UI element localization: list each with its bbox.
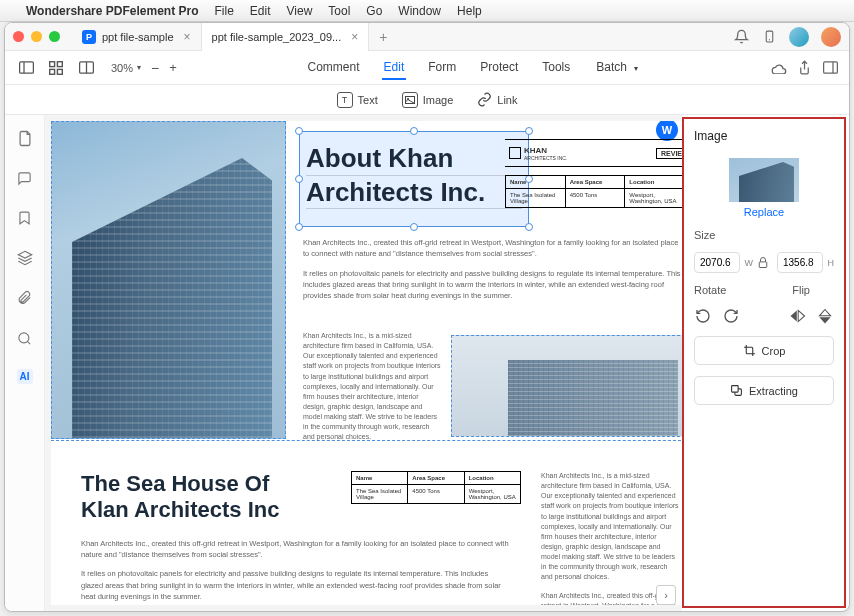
- tab-tools[interactable]: Tools: [540, 56, 572, 80]
- document-tabs: P ppt file-sample × ppt file-sample_2023…: [72, 23, 733, 51]
- svg-rect-18: [732, 386, 739, 393]
- resize-handle[interactable]: [295, 175, 303, 183]
- tab-batch[interactable]: Batch ▾: [592, 56, 642, 80]
- macos-menubar: Wondershare PDFelement Pro File Edit Vie…: [0, 0, 854, 22]
- rotate-left-icon[interactable]: [694, 307, 712, 325]
- rotate-right-icon[interactable]: [722, 307, 740, 325]
- avatar-1[interactable]: [789, 27, 809, 47]
- tab-protect[interactable]: Protect: [478, 56, 520, 80]
- resize-handle[interactable]: [295, 127, 303, 135]
- toolbar-right: [771, 60, 839, 76]
- window-minimize-button[interactable]: [31, 31, 42, 42]
- link-tool[interactable]: Link: [477, 92, 517, 107]
- info-table-1: Name Area Space Location The Sea Isolate…: [505, 175, 682, 208]
- main-toolbar: 30% ▾ − + Comment Edit Form Protect Tool…: [5, 51, 849, 85]
- text-tool[interactable]: T Text: [337, 92, 378, 108]
- review-badge: REVIE: [656, 148, 682, 159]
- bottom-body-text: Khan Architects Inc., created this off-g…: [81, 538, 511, 602]
- attachment-icon[interactable]: [16, 289, 34, 307]
- share-icon[interactable]: [797, 60, 813, 76]
- menu-file[interactable]: File: [215, 4, 234, 18]
- window-maximize-button[interactable]: [49, 31, 60, 42]
- comment-icon[interactable]: [16, 169, 34, 187]
- edit-subtoolbar: T Text Image Link: [5, 85, 849, 115]
- image-tool[interactable]: Image: [402, 92, 454, 108]
- left-sidebar: AI: [5, 115, 45, 611]
- crop-button[interactable]: Crop: [694, 336, 834, 365]
- menu-go[interactable]: Go: [366, 4, 382, 18]
- menu-help[interactable]: Help: [457, 4, 482, 18]
- search-icon[interactable]: [16, 329, 34, 347]
- resize-handle[interactable]: [295, 223, 303, 231]
- bell-icon[interactable]: [733, 29, 749, 45]
- window-close-button[interactable]: [13, 31, 24, 42]
- link-icon: [477, 92, 492, 107]
- extracting-button[interactable]: Extracting: [694, 376, 834, 405]
- menu-view[interactable]: View: [287, 4, 313, 18]
- tab-2[interactable]: ppt file-sample_2023_09... ×: [202, 23, 370, 51]
- menu-tool[interactable]: Tool: [328, 4, 350, 18]
- width-input[interactable]: [694, 252, 740, 273]
- cloud-icon[interactable]: [771, 60, 787, 76]
- resize-handle[interactable]: [525, 223, 533, 231]
- flip-label: Flip: [792, 284, 810, 296]
- svg-rect-17: [759, 262, 767, 268]
- svg-rect-5: [57, 61, 62, 66]
- khan-logo: KHAN ARCHITECTS INC.: [509, 146, 567, 161]
- sidebar-toggle-icon[interactable]: [15, 57, 37, 79]
- zoom-value[interactable]: 30%: [111, 62, 133, 74]
- app-name[interactable]: Wondershare PDFelement Pro: [26, 4, 199, 18]
- extract-icon: [730, 384, 743, 397]
- small-building-image[interactable]: [451, 335, 682, 437]
- close-icon[interactable]: ×: [184, 30, 191, 44]
- rotate-label: Rotate: [694, 284, 726, 296]
- tab-comment[interactable]: Comment: [306, 56, 362, 80]
- svg-rect-11: [824, 62, 838, 73]
- body-text-top: Khan Architects Inc., created this off-g…: [303, 237, 682, 309]
- replace-button[interactable]: Replace: [694, 206, 834, 218]
- text-selection-box[interactable]: About Khan Architects Inc.: [299, 131, 529, 227]
- panel-toggle-icon[interactable]: [823, 60, 839, 76]
- flip-horizontal-icon[interactable]: [788, 307, 806, 325]
- tab-form[interactable]: Form: [426, 56, 458, 80]
- document-canvas[interactable]: About Khan Architects Inc. W: [45, 115, 682, 611]
- extracting-label: Extracting: [749, 385, 798, 397]
- layers-icon[interactable]: [16, 249, 34, 267]
- mobile-icon[interactable]: [761, 29, 777, 45]
- crop-icon: [743, 344, 756, 357]
- lock-aspect-icon[interactable]: [758, 256, 772, 269]
- svg-rect-7: [57, 69, 62, 74]
- resize-handle[interactable]: [410, 127, 418, 135]
- svg-rect-2: [19, 62, 33, 73]
- tab-1[interactable]: P ppt file-sample ×: [72, 23, 202, 51]
- view-mode-icon[interactable]: [75, 57, 97, 79]
- height-input[interactable]: [777, 252, 823, 273]
- page-icon[interactable]: [16, 129, 34, 147]
- pdf-icon: P: [82, 30, 96, 44]
- image-tool-label: Image: [423, 94, 454, 106]
- menu-edit[interactable]: Edit: [250, 4, 271, 18]
- scroll-right-button[interactable]: ›: [656, 585, 676, 605]
- add-tab-button[interactable]: +: [369, 29, 397, 45]
- rotate-flip-icons: [694, 307, 834, 325]
- sea-house-title: The Sea House Of Klan Architects Inc: [81, 471, 331, 524]
- menu-window[interactable]: Window: [398, 4, 441, 18]
- bookmark-icon[interactable]: [16, 209, 34, 227]
- flip-vertical-icon[interactable]: [816, 307, 834, 325]
- close-icon[interactable]: ×: [351, 30, 358, 44]
- tab-edit[interactable]: Edit: [382, 56, 407, 80]
- app-window: P ppt file-sample × ppt file-sample_2023…: [4, 22, 850, 612]
- resize-handle[interactable]: [410, 223, 418, 231]
- building-image-selected[interactable]: [51, 121, 286, 439]
- thumbnails-icon[interactable]: [45, 57, 67, 79]
- ai-button[interactable]: AI: [17, 369, 33, 384]
- column-text: Khan Architects Inc., is a mid-sized arc…: [303, 331, 443, 443]
- zoom-in-button[interactable]: +: [169, 60, 177, 75]
- image-thumbnail[interactable]: [729, 158, 799, 202]
- avatar-2[interactable]: [821, 27, 841, 47]
- zoom-out-button[interactable]: −: [151, 60, 159, 76]
- logo-strip: KHAN ARCHITECTS INC. REVIE: [505, 139, 682, 167]
- chevron-down-icon[interactable]: ▾: [137, 63, 141, 72]
- resize-handle[interactable]: [525, 127, 533, 135]
- page-top-section: About Khan Architects Inc. W: [51, 121, 682, 441]
